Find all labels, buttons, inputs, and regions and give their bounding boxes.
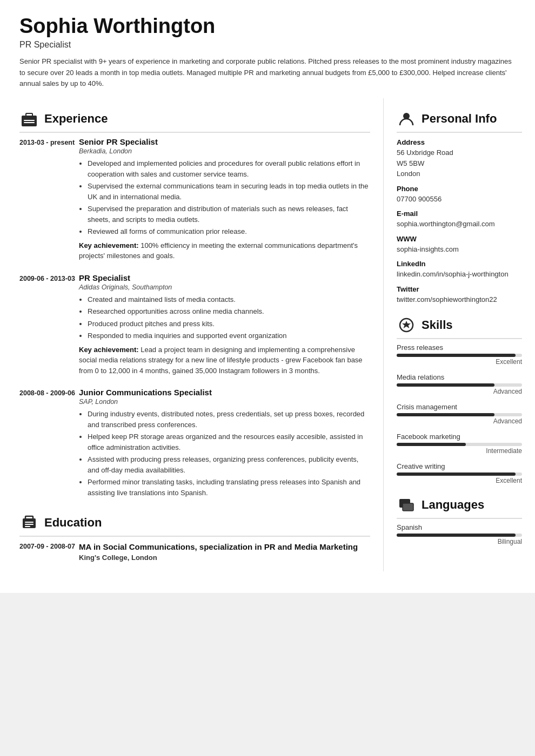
bullet-item: During industry events, distributed note… [88,409,370,430]
languages-section-heading: Languages [397,495,522,519]
education-entry: 2007-09 - 2008-07 MA in Social Communica… [19,541,370,562]
skill-name: Creative writing [397,462,522,470]
language-level-label: Bilingual [397,538,522,545]
info-block: Twitter twitter.com/sophieworthington22 [397,285,522,305]
candidate-summary: Senior PR specialist with 9+ years of ex… [19,56,516,90]
education-section-heading: Education [19,513,370,537]
info-label: Twitter [397,285,522,293]
skill-bar-bg [397,354,522,357]
info-label: WWW [397,235,522,243]
bullet-item: Reviewed all forms of communication prio… [88,226,370,237]
skill-bar-bg [397,383,522,387]
languages-list: Spanish Bilingual [397,523,522,545]
skill-bar-fill [397,354,516,357]
skill-level-label: Advanced [397,417,522,425]
skill-name: Crisis management [397,403,522,411]
skill-item: Creative writing Excellent [397,462,522,484]
svg-rect-6 [25,522,34,523]
skill-bar-bg [397,473,522,476]
info-block: WWW sophia-insights.com [397,235,522,255]
skill-bar-fill [397,413,494,416]
bullet-item: Created and maintained lists of media co… [88,294,370,305]
svg-rect-12 [403,503,413,511]
personal-info-block: Address 56 Uxbridge RoadW5 5BWLondon Pho… [397,138,522,305]
exp-body: Senior PR Specialist Berkadia, London De… [79,137,370,261]
skill-bar-bg [397,443,522,446]
info-label: LinkedIn [397,260,522,268]
skill-name: Media relations [397,373,522,381]
languages-icon [397,495,416,515]
svg-rect-8 [25,526,30,527]
info-value: twitter.com/sophieworthington22 [397,294,522,305]
skills-heading: Skills [422,318,452,332]
info-value: linkedin.com/in/sophia-j-worthington [397,269,522,280]
edu-school: King's College, London [79,554,358,562]
info-block: Address 56 Uxbridge RoadW5 5BWLondon [397,138,522,179]
skill-level-label: Intermediate [397,447,522,455]
skill-name: Press releases [397,343,522,352]
resume-wrapper: Sophia Worthington PR Specialist Senior … [0,0,535,593]
info-block: LinkedIn linkedin.com/in/sophia-j-worthi… [397,260,522,280]
svg-rect-2 [24,120,35,121]
exp-dates: 2008-08 - 2009-06 [19,388,79,501]
exp-title: PR Specialist [79,273,370,282]
bullet-item: Helped keep PR storage areas organized a… [88,431,370,453]
exp-company: Adidas Originals, Southampton [79,284,370,291]
skill-name: Facebook marketing [397,433,522,441]
languages-heading: Languages [422,498,484,512]
bullet-item: Assisted with producing press releases, … [88,454,370,475]
bullet-item: Supervised the external communications t… [88,181,370,202]
language-bar-bg [397,534,522,537]
bullet-item: Developed and implemented policies and p… [88,158,370,179]
education-list: 2007-09 - 2008-07 MA in Social Communica… [19,541,370,562]
main-content: Experience 2013-03 - present Senior PR S… [0,98,535,593]
exp-bullets: Created and maintained lists of media co… [79,294,370,341]
info-value: sophia.worthington@gmail.com [397,219,522,230]
exp-bullets: During industry events, distributed note… [79,409,370,498]
edu-body: MA in Social Communications, specializat… [79,541,358,562]
experience-entry: 2009-06 - 2013-03 PR Specialist Adidas O… [19,273,370,376]
skills-icon [397,315,416,335]
skill-level-label: Excellent [397,477,522,484]
edu-degree: MA in Social Communications, specializat… [79,541,358,552]
exp-body: PR Specialist Adidas Originals, Southamp… [79,273,370,376]
experience-section-heading: Experience [19,109,370,133]
skill-level-label: Excellent [397,358,522,366]
svg-rect-5 [25,516,33,519]
skills-section-heading: Skills [397,315,522,339]
skill-item: Media relations Advanced [397,373,522,395]
bullet-item: Produced product pitches and press kits. [88,319,370,329]
education-icon [19,513,39,532]
bullet-item: Responded to media inquiries and support… [88,330,370,341]
candidate-name: Sophia Worthington [19,15,516,38]
skill-bar-bg [397,413,522,416]
right-column: Personal Info Address 56 Uxbridge RoadW5… [384,98,535,571]
key-achievement: Key achievement: Lead a project team in … [79,345,370,376]
info-label: Address [397,138,522,146]
exp-title: Senior PR Specialist [79,137,370,146]
info-block: E-mail sophia.worthington@gmail.com [397,210,522,230]
bullet-item: Supervised the preparation and distribut… [88,204,370,225]
left-column: Experience 2013-03 - present Senior PR S… [0,98,384,571]
personal-info-section-heading: Personal Info [397,109,522,133]
experience-entry: 2013-03 - present Senior PR Specialist B… [19,137,370,261]
info-value: 07700 900556 [397,194,522,205]
svg-rect-7 [25,524,34,525]
experience-entry: 2008-08 - 2009-06 Junior Communications … [19,388,370,501]
skills-list: Press releases Excellent Media relations… [397,343,522,484]
personal-info-icon [397,109,416,129]
skill-item: Facebook marketing Intermediate [397,433,522,455]
bullet-item: Performed minor translating tasks, inclu… [88,477,370,498]
svg-rect-1 [26,113,32,117]
exp-bullets: Developed and implemented policies and p… [79,158,370,237]
personal-info-heading: Personal Info [422,112,497,126]
edu-dates: 2007-09 - 2008-07 [19,541,79,562]
skill-item: Press releases Excellent [397,343,522,366]
info-block: Phone 07700 900556 [397,185,522,205]
skill-bar-fill [397,443,466,446]
skill-bar-fill [397,383,494,387]
info-value: sophia-insights.com [397,244,522,255]
key-achievement: Key achievement: 100% efficiency in meet… [79,240,370,261]
language-item: Spanish Bilingual [397,523,522,545]
experience-list: 2013-03 - present Senior PR Specialist B… [19,137,370,501]
